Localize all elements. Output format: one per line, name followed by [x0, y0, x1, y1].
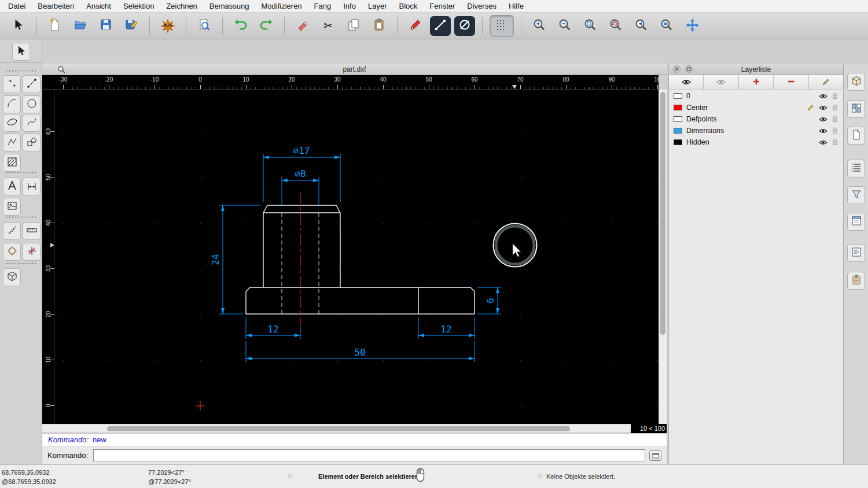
vertical-scrollbar-thumb[interactable]	[660, 92, 665, 335]
panel-float-button[interactable]	[685, 65, 693, 73]
menu-item[interactable]: Layer	[368, 2, 387, 10]
layer-list-panel-button[interactable]	[847, 160, 865, 178]
layer-color-swatch[interactable]	[674, 105, 682, 110]
text-tool-button[interactable]	[3, 178, 21, 195]
layer-visibility-eye-icon[interactable]	[819, 128, 827, 134]
menu-item[interactable]: Info	[343, 2, 356, 10]
view-3d-panel-button[interactable]	[847, 73, 865, 91]
image-tool-button[interactable]	[3, 198, 21, 216]
layer-color-swatch[interactable]	[674, 128, 682, 134]
open-file-button[interactable]	[69, 16, 91, 36]
layer-lock-icon[interactable]	[832, 93, 838, 99]
polyline-tool-button[interactable]	[3, 134, 21, 151]
layer-lock-icon[interactable]	[832, 127, 838, 134]
layer-lock-icon[interactable]	[832, 104, 838, 111]
library-browser-button[interactable]	[847, 100, 865, 118]
line-attributes-button[interactable]	[430, 16, 451, 36]
solid-tool-button[interactable]	[3, 268, 21, 286]
property-editor-button[interactable]	[847, 213, 865, 231]
polygon-tool-button[interactable]	[23, 134, 41, 151]
layer-visibility-eye-icon[interactable]	[819, 140, 827, 145]
clipboard-panel-button[interactable]	[847, 272, 865, 290]
palette-select-tool-button[interactable]	[12, 43, 30, 61]
cut-button[interactable]: ✂	[317, 16, 339, 36]
layer-visibility-eye-icon[interactable]	[819, 117, 827, 122]
menu-item[interactable]: Bearbeiten	[38, 2, 74, 10]
select-tool-button[interactable]	[8, 16, 30, 36]
delete-button[interactable]	[292, 16, 314, 36]
circle-attributes-button[interactable]	[454, 16, 475, 36]
menu-item[interactable]: Block	[399, 2, 417, 10]
layer-row[interactable]: Hidden	[669, 136, 843, 148]
arc-tool-button[interactable]	[3, 95, 21, 113]
palette-drag-handle[interactable]	[5, 216, 36, 219]
layer-row[interactable]: Dimensions	[669, 125, 843, 136]
menu-item[interactable]: Selektion	[123, 2, 154, 10]
sheets-panel-button[interactable]	[847, 127, 865, 145]
layer-row[interactable]: 0	[669, 90, 843, 102]
line-tool-button[interactable]	[23, 75, 41, 93]
print-preview-button[interactable]	[193, 16, 215, 36]
show-all-layers-button[interactable]	[669, 75, 704, 90]
menu-item[interactable]: Hilfe	[509, 2, 524, 10]
menu-item[interactable]: Zeichnen	[166, 2, 197, 10]
zoom-auto-button[interactable]	[579, 16, 601, 36]
zoom-previous-button[interactable]	[630, 16, 652, 36]
add-layer-button[interactable]	[739, 75, 774, 90]
menu-item[interactable]: Modifizieren	[262, 2, 302, 10]
grid-toggle-button[interactable]	[490, 15, 514, 37]
save-as-button[interactable]	[120, 16, 142, 36]
layer-row[interactable]: Defpoints	[669, 113, 843, 125]
layer-color-swatch[interactable]	[674, 116, 682, 122]
panel-close-button[interactable]	[673, 65, 681, 73]
paste-button[interactable]	[368, 16, 390, 36]
edit-layer-button[interactable]	[809, 75, 843, 90]
spline-tool-button[interactable]	[23, 114, 41, 132]
layer-color-swatch[interactable]	[674, 139, 682, 145]
layer-lock-icon[interactable]	[832, 139, 838, 146]
filter-panel-button[interactable]	[847, 186, 865, 204]
drawing-canvas[interactable]: ⌀17 ⌀8 24 6 12 12 50	[55, 90, 659, 424]
layer-lock-icon[interactable]	[832, 116, 838, 123]
ellipse-tool-button[interactable]	[3, 114, 21, 132]
horizontal-scrollbar[interactable]	[42, 424, 631, 433]
palette-drag-handle[interactable]	[5, 262, 36, 265]
new-file-button[interactable]	[44, 16, 66, 36]
svg-export-button[interactable]: SVG	[157, 16, 179, 36]
snap-tool-button[interactable]	[23, 243, 41, 261]
save-file-button[interactable]	[95, 16, 117, 36]
menu-item[interactable]: Datei	[8, 2, 25, 10]
document-titlebar[interactable]: part.dxf	[42, 64, 667, 75]
menu-item[interactable]: Fang	[314, 2, 332, 10]
redo-button[interactable]	[255, 16, 277, 36]
layer-edit-pen-icon[interactable]	[807, 104, 814, 111]
zoom-in-button[interactable]	[528, 16, 550, 36]
remove-layer-button[interactable]	[774, 75, 808, 90]
pan-button[interactable]	[681, 16, 703, 36]
horizontal-scrollbar-thumb[interactable]	[107, 426, 570, 431]
pen-attributes-button[interactable]	[404, 16, 426, 36]
copy-button[interactable]	[343, 16, 365, 36]
command-history-panel-button[interactable]	[847, 244, 865, 262]
measure-tool-button[interactable]	[3, 222, 21, 240]
menu-item[interactable]: Diverses	[467, 2, 496, 10]
zoom-window-button[interactable]	[656, 16, 678, 36]
layer-visibility-eye-icon[interactable]	[819, 94, 827, 99]
layer-visibility-eye-icon[interactable]	[819, 105, 827, 110]
vertical-scrollbar[interactable]	[659, 90, 667, 424]
layer-color-swatch[interactable]	[674, 93, 682, 99]
layer-row[interactable]: Center	[669, 102, 843, 113]
circle-tool-button[interactable]	[23, 95, 41, 113]
command-input[interactable]	[93, 449, 645, 461]
hatch-tool-button[interactable]	[3, 154, 21, 172]
dimension-tool-button[interactable]	[23, 178, 41, 195]
menu-item[interactable]: Bemassung	[209, 2, 249, 10]
palette-drag-handle[interactable]	[5, 171, 36, 175]
command-options-button[interactable]	[649, 450, 661, 461]
menu-item[interactable]: Ansicht	[86, 2, 111, 10]
layer-panel-header[interactable]: Layerliste	[669, 64, 843, 75]
zoom-redraw-button[interactable]	[605, 16, 627, 36]
modify-tool-button[interactable]	[3, 243, 21, 261]
menu-item[interactable]: Fenster	[429, 2, 455, 10]
undo-button[interactable]	[230, 16, 252, 36]
